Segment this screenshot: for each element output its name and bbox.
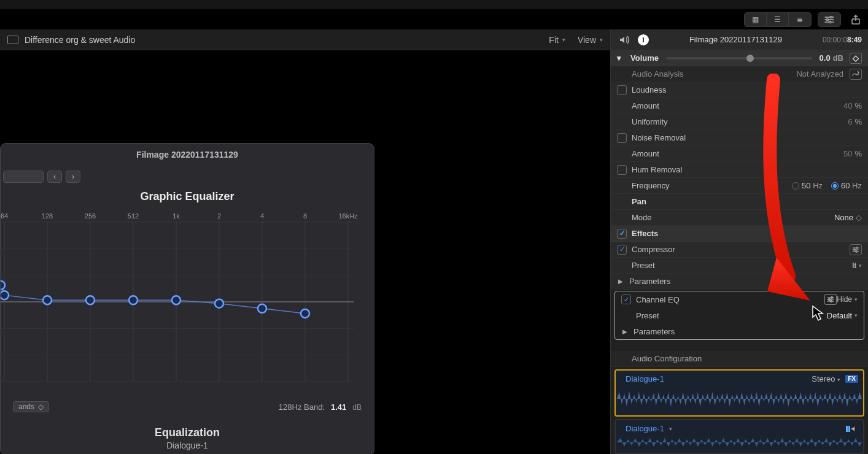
loudness-checkbox[interactable] xyxy=(617,85,627,95)
channel-eq-params-row[interactable]: ▶ Parameters xyxy=(615,323,864,339)
svg-point-48 xyxy=(856,250,858,252)
track-1-name: Dialogue-1 xyxy=(626,374,664,383)
keyframe-icon[interactable]: ◇ xyxy=(850,53,862,64)
compressor-controls-icon[interactable] xyxy=(850,244,862,255)
waveform-icon xyxy=(617,386,862,412)
svg-text:2: 2 xyxy=(217,212,221,220)
eq-graph[interactable]: 641282565121k24816kHz xyxy=(1,210,360,394)
hum-removal-row[interactable]: Hum Removal xyxy=(611,162,868,178)
svg-point-46 xyxy=(856,247,858,248)
chevron-down-icon: ▾ xyxy=(600,37,603,43)
fx-badge[interactable]: FX xyxy=(845,375,858,383)
svg-text:1k: 1k xyxy=(172,212,180,220)
svg-point-36 xyxy=(43,296,52,304)
svg-point-53 xyxy=(829,299,831,301)
disclosure-icon[interactable]: ▶ xyxy=(617,278,624,285)
svg-text:256: 256 xyxy=(85,212,96,220)
hum-checkbox[interactable] xyxy=(617,165,627,175)
effects-checkbox[interactable] xyxy=(617,229,627,239)
track-2-meter-icon xyxy=(846,426,858,432)
prev-button[interactable]: ‹ xyxy=(47,171,62,183)
inspector-header: i Filmage 20220117131129 00:00:08:49 xyxy=(611,29,868,50)
track-2-name: Dialogue-1 xyxy=(626,424,664,433)
inspector-body[interactable]: ▾ Volume 0.0 dB ◇ Audio Analysis Not Ana… xyxy=(611,50,868,454)
sliders-icon xyxy=(818,13,840,26)
sliders-button[interactable] xyxy=(818,12,841,27)
filmstrip-icon[interactable]: ≣ xyxy=(789,13,811,26)
app-titlebar xyxy=(0,0,868,9)
grid-icon[interactable]: ▦ xyxy=(745,13,767,26)
bands-dropdown[interactable]: ands◇ xyxy=(13,401,49,412)
svg-point-40 xyxy=(215,299,223,308)
band-readout-unit: dB xyxy=(352,403,362,412)
svg-text:16kHz: 16kHz xyxy=(338,212,358,220)
chevron-down-icon[interactable]: ▾ xyxy=(669,426,672,432)
clip-title: Difference org & sweet Audio xyxy=(25,35,135,45)
analyze-icon[interactable] xyxy=(850,69,862,80)
fit-dropdown[interactable]: Fit▾ xyxy=(549,35,565,45)
view-dropdown[interactable]: View▾ xyxy=(578,35,603,45)
channel-eq-row[interactable]: Channel EQ Hide▾ xyxy=(615,291,864,307)
svg-point-39 xyxy=(172,296,180,304)
svg-point-54 xyxy=(831,301,832,302)
svg-text:128: 128 xyxy=(42,212,53,220)
loudness-amount-row[interactable]: Amount 40 % xyxy=(611,98,868,114)
svg-point-4 xyxy=(826,18,828,20)
effects-section[interactable]: Effects xyxy=(611,226,868,242)
folder-icon: ▾ xyxy=(617,53,626,63)
svg-text:512: 512 xyxy=(128,212,139,220)
hum-frequency-row[interactable]: Frequency 50 Hz 60 Hz xyxy=(611,178,868,194)
compressor-params-row[interactable]: ▶ Parameters xyxy=(611,274,868,290)
svg-point-52 xyxy=(831,297,833,299)
audio-analysis-row: Audio Analysis Not Analyzed xyxy=(611,66,868,82)
speaker-icon[interactable] xyxy=(617,33,632,47)
channel-eq-group: Channel EQ Hide▾ Preset Default ▾ ▶ Para… xyxy=(614,291,864,340)
svg-point-42 xyxy=(301,309,309,318)
clip-thumb-icon xyxy=(7,36,18,44)
svg-point-3 xyxy=(830,16,832,18)
viewer-header: Difference org & sweet Audio Fit▾ View▾ xyxy=(0,29,610,50)
compressor-row[interactable]: Compressor xyxy=(611,242,868,258)
loudness-uniformity-row[interactable]: Uniformity 6 % xyxy=(611,114,868,130)
info-icon[interactable]: i xyxy=(638,34,649,45)
compressor-checkbox[interactable] xyxy=(617,245,627,255)
audio-track-1[interactable]: Dialogue-1 Stereo ▾ FX xyxy=(614,369,864,417)
hide-button[interactable]: Hide▾ xyxy=(837,295,858,304)
freq-60-radio[interactable] xyxy=(831,182,839,190)
channel-eq-checkbox[interactable] xyxy=(621,294,631,304)
svg-text:64: 64 xyxy=(1,212,8,220)
graphic-eq-panel[interactable]: Filmage 20220117131129 ‹ › Graphic Equal… xyxy=(0,143,374,454)
band-readout-label: 128Hz Band: xyxy=(279,402,325,412)
svg-point-34 xyxy=(1,281,5,290)
channel-eq-controls-icon[interactable] xyxy=(824,294,837,305)
compressor-preset-row[interactable]: Preset lt ▾ xyxy=(611,258,868,274)
track-1-mode[interactable]: Stereo ▾ xyxy=(812,374,840,383)
band-readout-value: 1.41 xyxy=(331,402,346,412)
svg-point-5 xyxy=(829,21,831,23)
pan-section: Pan xyxy=(611,194,868,210)
next-button[interactable]: › xyxy=(66,171,80,183)
view-mode-segment[interactable]: ▦ ☰ ≣ xyxy=(744,12,812,27)
eq-bottom-labels: Equalization Dialogue-1 xyxy=(1,426,374,450)
svg-point-47 xyxy=(854,248,856,250)
loudness-row[interactable]: Loudness xyxy=(611,82,868,98)
inspector-timecode: 00:00:08:49 xyxy=(823,36,862,44)
pan-mode-row[interactable]: Mode None ◇ xyxy=(611,210,868,226)
viewer-area: Difference org & sweet Audio Fit▾ View▾ … xyxy=(0,29,610,454)
cursor-icon xyxy=(812,306,826,321)
channel-eq-preset-row[interactable]: Preset Default ▾ xyxy=(615,307,864,323)
volume-row[interactable]: ▾ Volume 0.0 dB ◇ xyxy=(611,50,868,66)
disclosure-icon[interactable]: ▶ xyxy=(621,328,629,335)
share-button[interactable] xyxy=(847,13,864,26)
noise-amount-row[interactable]: Amount 50 % xyxy=(611,146,868,162)
volume-slider[interactable] xyxy=(666,57,812,60)
noise-removal-row[interactable]: Noise Removal xyxy=(611,130,868,146)
noise-checkbox[interactable] xyxy=(617,133,627,143)
svg-point-38 xyxy=(129,296,138,304)
freq-50-radio[interactable] xyxy=(792,182,799,190)
audio-track-2[interactable]: Dialogue-1 ▾ xyxy=(614,419,864,454)
inspector-title: Filmage 20220117131129 xyxy=(655,35,816,44)
svg-point-37 xyxy=(86,296,95,304)
eq-preset-dropdown[interactable] xyxy=(3,171,44,183)
list-icon[interactable]: ☰ xyxy=(767,13,789,26)
